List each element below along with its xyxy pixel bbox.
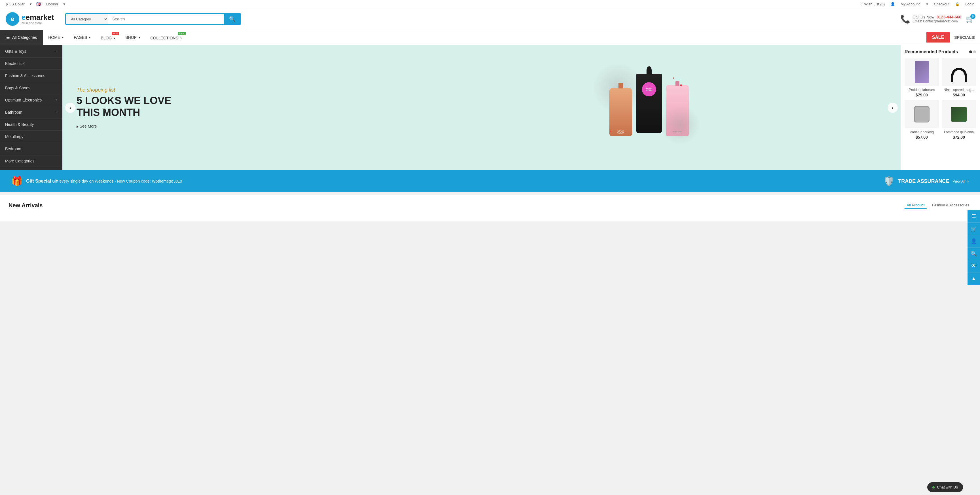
nav-shop[interactable]: SHOP ▾	[120, 30, 145, 45]
contact-info: Call Us Now: 0123-444-666 Email: Contact…	[913, 15, 961, 23]
sidebar-item-label-0: Gifts & Toys	[5, 49, 26, 54]
banner-right: 🛡️ TRADE ASSURANCE View All >	[883, 176, 969, 186]
phone-number[interactable]: 0123-444-666	[937, 15, 961, 19]
hero-content: The shopping list 5 LOOKS WE LOVETHIS MO…	[62, 76, 185, 140]
header-right: 📞 Call Us Now: 0123-444-666 Email: Conta…	[900, 14, 974, 24]
sparkle-2: ✦	[672, 76, 675, 80]
banner-gift-text: Gift every single day on Weekends - New …	[52, 179, 182, 183]
search-category-select[interactable]: All Category	[66, 14, 108, 24]
language-arrow: ▾	[63, 2, 65, 6]
nav-links: HOME ▾ PAGES ▾ Hot! BLOG ▾ SHOP ▾ New CO…	[43, 30, 926, 45]
sidebar-arrow-4: ›	[56, 98, 57, 102]
view-all-link[interactable]: View All >	[953, 179, 969, 183]
user-icon: 👤	[890, 2, 895, 6]
sidebar-item-0[interactable]: Gifts & Toys›	[0, 45, 62, 57]
search-button[interactable]: 🔍	[224, 14, 240, 24]
sidebar-item-4[interactable]: Optimum Electronics›	[0, 94, 62, 106]
hero-subtitle: The shopping list	[76, 87, 171, 93]
hero-images: GUCCIGUILTY BLACKOPIUM Miss Dior ✦ ✦	[398, 45, 900, 170]
wishlist-link[interactable]: ♡ Wish List (0)	[860, 2, 885, 6]
rec-name-0: Proident laborum	[905, 88, 939, 92]
sidebar: Gifts & Toys›ElectronicsFashion & Access…	[0, 45, 62, 170]
lock-icon: 🔒	[955, 2, 959, 6]
nav-home[interactable]: HOME ▾	[43, 30, 68, 45]
search-input[interactable]	[108, 14, 224, 24]
currency-arrow: ▾	[30, 2, 32, 6]
sidebar-arrow-5: ›	[56, 110, 57, 114]
logo-text: eemarket all in one store	[22, 13, 54, 25]
section-tab-0[interactable]: All Product	[905, 202, 927, 209]
rec-price-3: $72.00	[942, 135, 976, 140]
checkout-link[interactable]: Checkout	[934, 2, 950, 6]
my-account-link[interactable]: My Account	[900, 2, 920, 6]
all-categories-button[interactable]: ☰ All Categories	[0, 30, 43, 45]
rec-item-3[interactable]: Lommodo qiutvenia $72.00	[942, 100, 976, 140]
float-menu-button[interactable]: ☰	[967, 210, 980, 221]
nav-bar: ☰ All Categories HOME ▾ PAGES ▾ Hot! BLO…	[0, 30, 980, 45]
sidebar-item-8[interactable]: Bedroom	[0, 143, 62, 155]
trade-label: TRADE ASSURANCE	[898, 178, 949, 184]
logo[interactable]: e eemarket all in one store	[6, 12, 57, 26]
hero-see-more-link[interactable]: See More	[76, 124, 97, 129]
slider-prev-button[interactable]: ‹	[65, 103, 75, 113]
rec-img-1	[942, 58, 976, 86]
logo-icon: e	[6, 12, 19, 26]
rec-price-2: $57.00	[905, 135, 939, 140]
sale-button[interactable]: SALE	[926, 32, 950, 43]
bottle-cap-1	[619, 83, 623, 88]
sidebar-item-label-1: Electronics	[5, 61, 24, 66]
rec-grid: Proident laborum $79.00 Ninim spareri ma…	[905, 58, 976, 140]
sidebar-arrow-0: ›	[56, 49, 57, 53]
rec-img-2	[905, 100, 939, 129]
nav-right: SALE SPECIALS!	[926, 32, 980, 43]
rec-dot-2[interactable]	[973, 51, 976, 53]
phone-label: Call Us Now: 0123-444-666	[913, 15, 961, 19]
sidebar-item-5[interactable]: Bathroom›	[0, 106, 62, 118]
nav-pages[interactable]: PAGES ▾	[68, 30, 95, 45]
rec-item-1[interactable]: Ninim spareri mag... $94.00	[942, 58, 976, 97]
sparkle-1: ✦	[679, 82, 683, 88]
contact-block: 📞 Call Us Now: 0123-444-666 Email: Conta…	[900, 14, 961, 24]
rec-img-0	[905, 58, 939, 86]
banner-left: 🎁 Gift Special Gift every single day on …	[11, 176, 182, 186]
rec-item-2[interactable]: Pariatur porking $57.00	[905, 100, 939, 140]
all-categories-label: All Categories	[12, 35, 37, 40]
top-bar-left: $ US Dollar ▾ 🇬🇧 English ▾	[6, 2, 65, 6]
sidebar-item-2[interactable]: Fashion & Accessories	[0, 70, 62, 82]
new-arrivals-section: New Arrivals All ProductFashion & Access…	[0, 195, 980, 221]
sparkle-3: ✦	[609, 129, 612, 133]
rec-name-3: Lommodo qiutvenia	[942, 130, 976, 134]
search-bar: All Category 🔍	[65, 13, 241, 25]
language-selector[interactable]: English	[46, 2, 58, 6]
currency-selector[interactable]: $ US Dollar	[6, 2, 24, 6]
nav-blog[interactable]: Hot! BLOG ▾	[95, 30, 120, 45]
rec-name-1: Ninim spareri mag...	[942, 88, 976, 92]
section-tab-1[interactable]: Fashion & Accessories	[929, 202, 972, 209]
sidebar-item-9[interactable]: More Categories	[0, 155, 62, 167]
specials-link[interactable]: SPECIALS!	[950, 35, 980, 40]
cart-button[interactable]: 🛒 0	[966, 15, 974, 23]
sidebar-item-7[interactable]: Metallurgy	[0, 131, 62, 143]
cart-badge: 0	[970, 14, 975, 19]
login-link[interactable]: Login	[965, 2, 974, 6]
sidebar-item-6[interactable]: Health & Beauty	[0, 118, 62, 131]
recommended-panel: Recommended Products Proident laborum $7…	[900, 45, 980, 170]
floating-bar: ☰ 🛒 👤 🔍 👁 ▲	[967, 210, 980, 221]
slider-next-button[interactable]: ›	[888, 103, 898, 113]
bottle-label-1: GUCCIGUILTY	[614, 130, 628, 134]
sidebar-item-1[interactable]: Electronics	[0, 57, 62, 70]
sidebar-item-3[interactable]: Bags & Shoes	[0, 82, 62, 94]
perfume-bottle-1: GUCCIGUILTY	[609, 88, 632, 136]
email-address[interactable]: Email: Contact@emarket.com	[913, 19, 961, 23]
banner-gift-label: Gift Special	[26, 178, 51, 183]
rec-dot-1[interactable]	[969, 51, 972, 53]
top-bar: $ US Dollar ▾ 🇬🇧 English ▾ ♡ Wish List (…	[0, 0, 980, 8]
sidebar-item-label-7: Metallurgy	[5, 134, 24, 139]
sidebar-item-label-5: Bathroom	[5, 110, 22, 115]
rec-item-0[interactable]: Proident laborum $79.00	[905, 58, 939, 97]
blog-hot-badge: Hot!	[112, 32, 119, 35]
bottle-label-2: BLACKOPIUM	[641, 82, 658, 97]
nav-collections[interactable]: New COLLECTIONS ▾	[145, 30, 187, 45]
brand-name: eemarket	[22, 13, 54, 22]
section-title: New Arrivals	[8, 202, 43, 209]
